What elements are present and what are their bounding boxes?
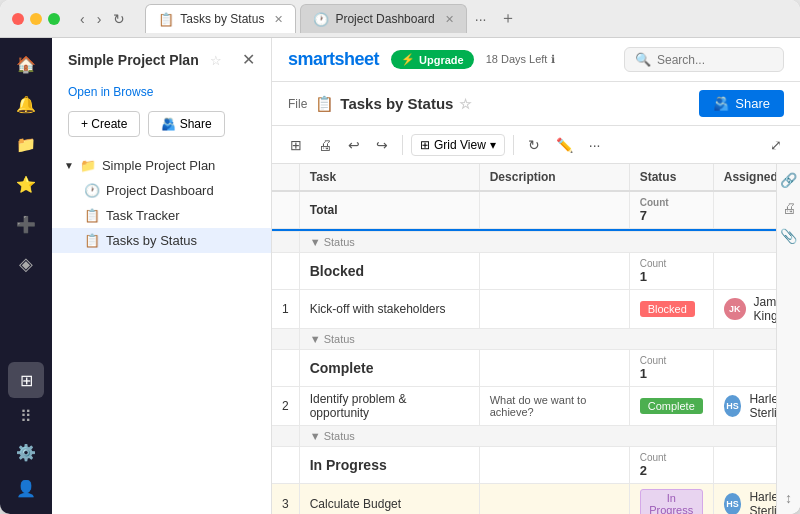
upgrade-label: Upgrade bbox=[419, 54, 464, 66]
blocked-assigned bbox=[713, 253, 776, 290]
sidebar-icon-sheets[interactable]: ⊞ bbox=[8, 362, 44, 398]
sidebar-icon-favorites[interactable]: ⭐ bbox=[8, 166, 44, 202]
close-traffic-light[interactable] bbox=[12, 13, 24, 25]
col-assigned-to[interactable]: Assigned To bbox=[713, 164, 776, 191]
row3-desc bbox=[479, 484, 629, 515]
sidebar-icon-account[interactable]: 👤 bbox=[8, 470, 44, 506]
toolbar-more-icon[interactable]: ··· bbox=[583, 133, 607, 157]
sidebar-icon-browse[interactable]: 📁 bbox=[8, 126, 44, 162]
sidebar-icon-apps[interactable]: ⠿ bbox=[8, 398, 44, 434]
row3-assigned-cell: HS Harley Sterling bbox=[724, 490, 776, 514]
fullscreen-traffic-light[interactable] bbox=[48, 13, 60, 25]
panel-header: Simple Project Plan ☆ ✕ bbox=[52, 38, 271, 81]
minimize-traffic-light[interactable] bbox=[30, 13, 42, 25]
search-icon: 🔍 bbox=[635, 52, 651, 67]
sidebar-icon-home[interactable]: 🏠 bbox=[8, 46, 44, 82]
share-label: Share bbox=[735, 96, 770, 111]
left-sidebar: 🏠 🔔 📁 ⭐ ➕ ◈ ⊞ ⠿ ⚙️ 👤 bbox=[0, 38, 52, 514]
nav-item-simple-project-plan[interactable]: ▼ 📁 Simple Project Plan bbox=[52, 153, 271, 178]
create-button[interactable]: + Create bbox=[68, 111, 140, 137]
info-icon[interactable]: ℹ bbox=[551, 53, 555, 65]
expand-button[interactable]: ⤢ bbox=[764, 133, 788, 157]
row1-assigned-cell: JK Jamal King bbox=[724, 295, 776, 323]
row1-avatar: JK bbox=[724, 298, 746, 320]
title-star-icon[interactable]: ☆ bbox=[459, 96, 472, 112]
group-blocked-rownum bbox=[272, 232, 299, 253]
table-header-row: Task Description Status Assigned To Star… bbox=[272, 164, 776, 191]
row2-status: Complete bbox=[629, 387, 713, 426]
tab-project-dashboard[interactable]: 🕐 Project Dashboard ✕ bbox=[300, 4, 466, 33]
open-in-browse-link[interactable]: Open in Browse bbox=[68, 81, 271, 103]
row2-assigned-cell: HS Harley Sterling bbox=[724, 392, 776, 420]
right-panel-icon-1[interactable]: 🔗 bbox=[780, 172, 797, 188]
file-label[interactable]: File bbox=[288, 97, 307, 111]
tab-tasks-by-status[interactable]: 📋 Tasks by Status ✕ bbox=[145, 4, 296, 33]
inprogress-group-name: In Progress bbox=[299, 447, 479, 484]
titlebar: ‹ › ↻ 📋 Tasks by Status ✕ 🕐 Project Dash… bbox=[0, 0, 800, 38]
days-left: 18 Days Left ℹ bbox=[486, 53, 555, 66]
row3-num: 3 bbox=[272, 484, 299, 515]
sidebar-icon-notifications[interactable]: 🔔 bbox=[8, 86, 44, 122]
toolbar-edit-icon[interactable]: ✏️ bbox=[550, 133, 579, 157]
toolbar-right: ⤢ bbox=[764, 133, 788, 157]
panel-title-group: Simple Project Plan ☆ bbox=[68, 52, 222, 68]
row2-desc: What do we want to achieve? bbox=[479, 387, 629, 426]
right-panel-icon-4[interactable]: ↕ bbox=[785, 490, 792, 506]
browser-tabs: 📋 Tasks by Status ✕ 🕐 Project Dashboard … bbox=[145, 4, 788, 33]
toolbar-print-icon[interactable]: 🖨 bbox=[312, 133, 338, 157]
toolbar-redo-icon[interactable]: ↪ bbox=[370, 133, 394, 157]
main-area: 🏠 🔔 📁 ⭐ ➕ ◈ ⊞ ⠿ ⚙️ 👤 Simple Project Plan… bbox=[0, 38, 800, 514]
star-icon[interactable]: ☆ bbox=[210, 53, 222, 68]
tab-tasks-close[interactable]: ✕ bbox=[274, 13, 283, 26]
back-button[interactable]: ‹ bbox=[76, 9, 89, 29]
tab-dashboard-label: Project Dashboard bbox=[335, 12, 434, 26]
total-count-value: 7 bbox=[640, 208, 647, 223]
tabs-more-button[interactable]: ··· bbox=[467, 7, 495, 31]
app-window: ‹ › ↻ 📋 Tasks by Status ✕ 🕐 Project Dash… bbox=[0, 0, 800, 514]
browser-nav: ‹ › ↻ bbox=[76, 9, 129, 29]
forward-button[interactable]: › bbox=[93, 9, 106, 29]
panel-sidebar: Simple Project Plan ☆ ✕ Open in Browse +… bbox=[52, 38, 272, 514]
search-box[interactable]: 🔍 bbox=[624, 47, 784, 72]
col-task[interactable]: Task bbox=[299, 164, 479, 191]
col-status[interactable]: Status bbox=[629, 164, 713, 191]
close-panel-button[interactable]: ✕ bbox=[242, 50, 255, 69]
row1-assigned: JK Jamal King bbox=[713, 290, 776, 329]
search-input[interactable] bbox=[657, 53, 773, 67]
nav-item-project-dashboard[interactable]: 🕐 Project Dashboard bbox=[52, 178, 271, 203]
new-tab-button[interactable]: ＋ bbox=[494, 4, 522, 33]
row2-avatar: HS bbox=[724, 395, 742, 417]
row3-assigned: HS Harley Sterling bbox=[713, 484, 776, 515]
status-badge-complete: Complete bbox=[640, 398, 703, 414]
col-description[interactable]: Description bbox=[479, 164, 629, 191]
sheet-title: 📋 Tasks by Status ☆ bbox=[315, 95, 472, 113]
reload-button[interactable]: ↻ bbox=[109, 9, 129, 29]
toolbar-refresh-icon[interactable]: ↻ bbox=[522, 133, 546, 157]
right-panel-icon-3[interactable]: 📎 bbox=[780, 228, 797, 244]
share-button[interactable]: 🫂 Share bbox=[699, 90, 784, 117]
panel-title: Simple Project Plan bbox=[68, 52, 199, 68]
row3-status: In Progress bbox=[629, 484, 713, 515]
nav-item-tasks-by-status[interactable]: 📋 Tasks by Status bbox=[52, 228, 271, 253]
sheet-icon: 📋 bbox=[84, 208, 100, 223]
total-assigned bbox=[713, 191, 776, 229]
share-panel-button[interactable]: 🫂 Share bbox=[148, 111, 224, 137]
toolbar-undo-icon[interactable]: ↩ bbox=[342, 133, 366, 157]
tab-dashboard-close[interactable]: ✕ bbox=[445, 13, 454, 26]
sidebar-icon-new[interactable]: ➕ bbox=[8, 206, 44, 242]
grid-view-label: Grid View bbox=[434, 138, 486, 152]
sidebar-icon-settings[interactable]: ⚙️ bbox=[8, 434, 44, 470]
toolbar-grid-icon[interactable]: ⊞ bbox=[284, 133, 308, 157]
col-rownum bbox=[272, 164, 299, 191]
smartsheet-logo: smartsheet bbox=[288, 49, 379, 70]
folder-icon: 📁 bbox=[80, 158, 96, 173]
row2-assigned: HS Harley Sterling bbox=[713, 387, 776, 426]
sidebar-icon-workspaces[interactable]: ◈ bbox=[8, 246, 44, 282]
grid-view-button[interactable]: ⊞ Grid View ▾ bbox=[411, 134, 505, 156]
blocked-count-cell: Count 1 bbox=[629, 253, 713, 290]
sheet-icon2: 📋 bbox=[84, 233, 100, 248]
table-container[interactable]: Task Description Status Assigned To Star… bbox=[272, 164, 776, 514]
upgrade-button[interactable]: ⚡ Upgrade bbox=[391, 50, 474, 69]
right-panel-icon-2[interactable]: 🖨 bbox=[782, 200, 796, 216]
nav-item-task-tracker[interactable]: 📋 Task Tracker bbox=[52, 203, 271, 228]
